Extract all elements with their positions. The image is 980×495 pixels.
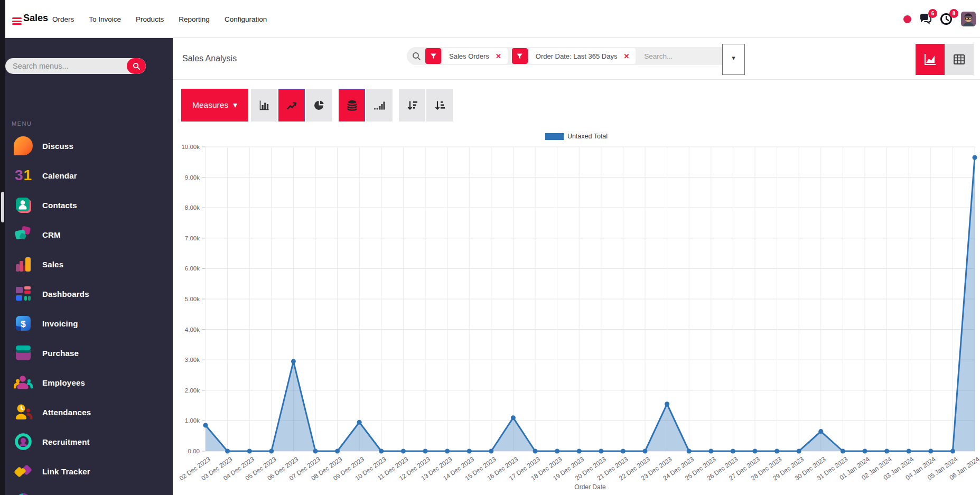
- user-avatar[interactable]: [961, 12, 976, 26]
- partial-app-icon: [14, 491, 33, 495]
- search-icon: [412, 52, 421, 61]
- sidebar-item-label: Discuss: [42, 142, 73, 151]
- sidebar-item-dashboards[interactable]: Dashboards: [5, 279, 173, 309]
- chevron-down-icon: ▾: [732, 54, 735, 74]
- dashboards-icon: [14, 284, 33, 303]
- view-switcher: [916, 44, 974, 75]
- svg-text:1.00k: 1.00k: [185, 417, 200, 424]
- graph-view-icon: [923, 52, 937, 67]
- bar-chart-icon: [258, 99, 270, 111]
- svg-text:9.00k: 9.00k: [185, 174, 200, 181]
- top-navbar: Sales Orders To Invoice Products Reporti…: [5, 0, 980, 38]
- avatar-image: [961, 12, 976, 26]
- left-rail: [0, 0, 5, 495]
- graph-toolbar: Measures ▾: [181, 89, 453, 122]
- menu-configuration[interactable]: Configuration: [220, 12, 272, 26]
- sidebar-item-label: Invoicing: [42, 319, 78, 328]
- sidebar-item-label: Employees: [42, 378, 85, 387]
- sidebar-item-label: Calendar: [42, 171, 77, 180]
- sidebar-item-label: Contacts: [42, 201, 77, 210]
- sidebar-item-label: Recruitment: [42, 437, 90, 446]
- sidebar-app-list: Discuss 31 Calendar Contacts CRM Sales: [5, 131, 173, 495]
- attendances-icon: [14, 403, 33, 422]
- sidebar-item-discuss[interactable]: Discuss: [5, 131, 173, 161]
- app-brand[interactable]: Sales: [23, 13, 48, 24]
- search-menus-input[interactable]: [5, 62, 127, 70]
- filter-funnel-icon: [425, 48, 441, 64]
- sort-desc-button[interactable]: [399, 89, 425, 122]
- sidebar-item-recruitment[interactable]: Recruitment: [5, 427, 173, 456]
- svg-text:2.00k: 2.00k: [185, 387, 200, 394]
- facet-label: Order Date: Last 365 Days: [536, 52, 618, 60]
- menu-orders[interactable]: Orders: [48, 12, 79, 26]
- messages-button[interactable]: 6: [919, 12, 932, 26]
- sidebar-item-label: CRM: [42, 230, 61, 239]
- sidebar-search: [5, 58, 146, 74]
- stacked-icon: [346, 99, 358, 111]
- facet-remove-icon[interactable]: ✕: [496, 52, 501, 60]
- pie-chart-button[interactable]: [306, 89, 332, 122]
- sidebar-item-label: Dashboards: [42, 289, 89, 298]
- sidebar-item-employees[interactable]: Employees: [5, 368, 173, 397]
- cumulative-button[interactable]: [366, 89, 393, 122]
- crm-icon: [14, 225, 33, 244]
- stacked-toggle-button[interactable]: [339, 89, 365, 122]
- menu-section-label: MENU: [12, 120, 32, 127]
- sales-icon: [14, 255, 33, 274]
- sidebar-item-calendar[interactable]: 31 Calendar: [5, 161, 173, 190]
- control-panel: Sales Analysis Sales Orders ✕ Order Date…: [173, 38, 980, 80]
- pie-chart-icon: [313, 99, 325, 111]
- sidebar-item-attendances[interactable]: Attendances: [5, 397, 173, 427]
- measures-button[interactable]: Measures ▾: [181, 89, 248, 122]
- sort-asc-icon: [434, 99, 446, 111]
- pivot-view-button[interactable]: [945, 44, 974, 75]
- line-chart-icon: [286, 99, 298, 111]
- search-facet-bar[interactable]: Sales Orders ✕ Order Date: Last 365 Days…: [407, 47, 725, 65]
- employees-icon: [14, 373, 33, 392]
- sidebar-item-partial[interactable]: [5, 486, 173, 495]
- mode-group: [339, 89, 393, 122]
- chart-type-group: [251, 89, 332, 122]
- facet-label: Sales Orders: [449, 52, 489, 60]
- search-icon: [133, 62, 141, 70]
- sidebar-scrollbar-handle[interactable]: [1, 192, 4, 222]
- sidebar-item-label: Attendances: [42, 408, 91, 417]
- sidebar-item-label: Sales: [42, 260, 63, 269]
- status-dot-icon[interactable]: [903, 15, 911, 23]
- sales-analysis-line-chart[interactable]: 10.00k9.00k8.00k7.00k6.00k5.00k4.00k3.00…: [173, 127, 980, 495]
- sidebar-item-crm[interactable]: CRM: [5, 220, 173, 249]
- sidebar-item-invoicing[interactable]: $ Invoicing: [5, 309, 173, 338]
- activities-badge: 8: [949, 9, 958, 18]
- bar-chart-button[interactable]: [251, 89, 277, 122]
- contacts-icon: [14, 195, 33, 214]
- svg-text:7.00k: 7.00k: [185, 235, 200, 241]
- line-chart-button[interactable]: [278, 89, 305, 122]
- menu-to-invoice[interactable]: To Invoice: [84, 12, 126, 26]
- sort-group: [399, 89, 453, 122]
- messages-badge: 6: [928, 9, 937, 18]
- activities-button[interactable]: 8: [940, 12, 954, 26]
- search-input[interactable]: [644, 52, 723, 60]
- menu-reporting[interactable]: Reporting: [174, 12, 214, 26]
- graph-view-button[interactable]: [916, 44, 945, 75]
- svg-text:5.00k: 5.00k: [185, 296, 200, 302]
- sidebar-item-link-tracker[interactable]: Link Tracker: [5, 456, 173, 486]
- page-title: Sales Analysis: [182, 54, 237, 63]
- calendar-icon: 31: [14, 166, 33, 185]
- sidebar-item-purchase[interactable]: Purchase: [5, 338, 173, 368]
- sidebar-item-sales[interactable]: Sales: [5, 249, 173, 279]
- filter-funnel-icon: [512, 48, 528, 64]
- menu-products[interactable]: Products: [131, 12, 169, 26]
- sort-asc-button[interactable]: [426, 89, 453, 122]
- sidebar-item-label: Link Tracker: [42, 467, 90, 476]
- sidebar-item-contacts[interactable]: Contacts: [5, 190, 173, 220]
- facet-remove-icon[interactable]: ✕: [623, 52, 629, 60]
- svg-text:6.00k: 6.00k: [185, 265, 200, 272]
- sidebar-search-button[interactable]: [127, 58, 146, 74]
- search-options-toggle[interactable]: ▾: [722, 44, 745, 75]
- navbar-systray: 6 8: [903, 0, 976, 38]
- purchase-icon: [14, 343, 33, 362]
- caret-down-icon: ▾: [233, 100, 237, 110]
- hamburger-menu-icon[interactable]: [12, 17, 22, 25]
- svg-text:3.00k: 3.00k: [185, 357, 200, 363]
